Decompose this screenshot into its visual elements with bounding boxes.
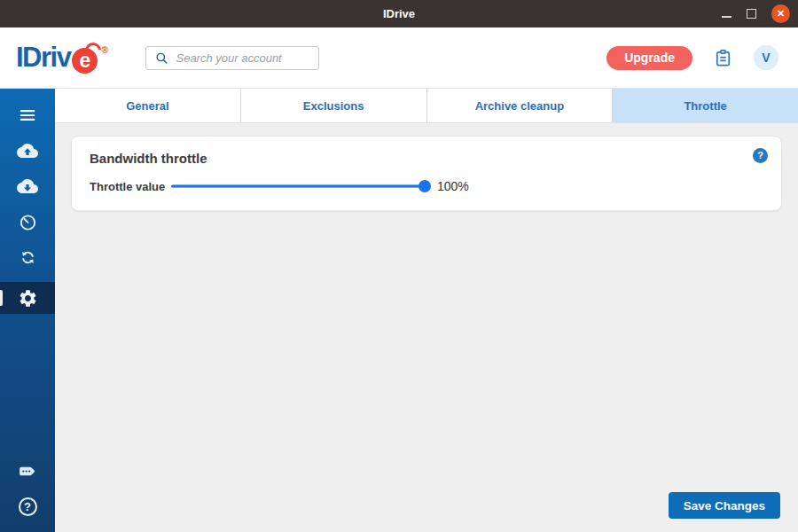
minimize-button[interactable]: [722, 10, 732, 18]
app-header: IDriv e ® Upgrade V: [0, 27, 798, 88]
sidebar: ?: [0, 89, 55, 532]
sidebar-item-help[interactable]: ?: [0, 489, 55, 524]
hamburger-icon: [18, 106, 37, 125]
logo-text: IDriv: [16, 43, 70, 73]
save-changes-button[interactable]: Save Changes: [669, 492, 780, 519]
throttle-slider-row: Throttle value 100%: [90, 179, 763, 193]
clock-icon: [18, 212, 38, 232]
sidebar-item-sync[interactable]: [0, 239, 55, 275]
registered-mark: ®: [101, 45, 107, 55]
content-area: Bandwidth throttle ? Throttle value 100%…: [55, 123, 798, 532]
logo-lock-icon: e: [72, 48, 98, 74]
sidebar-item-restore[interactable]: [0, 168, 55, 204]
slider-fill: [171, 185, 425, 188]
maximize-button[interactable]: [747, 9, 756, 19]
tab-general[interactable]: General: [55, 89, 241, 122]
bandwidth-throttle-card: Bandwidth throttle ? Throttle value 100%: [71, 136, 782, 211]
sidebar-item-menu[interactable]: [0, 98, 55, 133]
tab-archive-cleanup[interactable]: Archive cleanup: [427, 89, 614, 122]
clipboard-icon[interactable]: [713, 48, 733, 68]
gear-icon: [18, 288, 38, 309]
question-help-icon[interactable]: ?: [753, 148, 768, 163]
cloud-download-icon: [17, 176, 38, 197]
throttle-slider[interactable]: [171, 180, 425, 192]
cloud-upload-icon: [17, 140, 38, 161]
tab-bar: General Exclusions Archive cleanup Throt…: [55, 89, 798, 123]
sidebar-item-scheduler[interactable]: [0, 204, 55, 239]
sidebar-item-backup[interactable]: [0, 133, 55, 168]
app-body: ? General Exclusions Archive cleanup Thr…: [0, 88, 798, 532]
app-window: IDrive ✕ IDriv e ® Upgrade: [0, 0, 798, 532]
sidebar-item-feedback[interactable]: [0, 453, 55, 489]
close-button[interactable]: ✕: [771, 4, 790, 23]
search-icon: [155, 51, 168, 66]
sidebar-spacer: [0, 314, 55, 453]
tab-exclusions[interactable]: Exclusions: [241, 89, 427, 122]
idrive-logo: IDriv e ®: [16, 43, 108, 74]
help-icon: ?: [19, 497, 37, 516]
header-actions: Upgrade V: [606, 45, 778, 70]
search-input[interactable]: [176, 51, 309, 65]
upgrade-button[interactable]: Upgrade: [606, 46, 692, 70]
titlebar: IDrive ✕: [0, 0, 798, 27]
slider-thumb[interactable]: [419, 180, 431, 192]
tab-throttle[interactable]: Throttle: [613, 89, 798, 122]
window-title: IDrive: [0, 7, 798, 20]
search-box[interactable]: [145, 46, 319, 70]
slider-value: 100%: [437, 179, 469, 193]
card-title: Bandwidth throttle: [90, 151, 763, 166]
slider-label: Throttle value: [90, 180, 171, 193]
sidebar-item-settings[interactable]: [0, 282, 55, 314]
chat-icon: [17, 460, 39, 482]
avatar[interactable]: V: [754, 45, 778, 70]
sync-icon: [18, 247, 38, 268]
main-panel: General Exclusions Archive cleanup Throt…: [55, 89, 798, 532]
window-controls: ✕: [722, 4, 798, 23]
